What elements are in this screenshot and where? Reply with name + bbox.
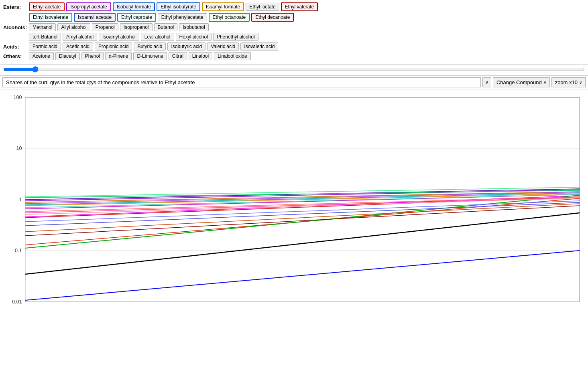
compound-button[interactable]: Acetone [29, 52, 54, 60]
line-darkred1 [25, 204, 580, 232]
change-compound-label: Change Compound [496, 79, 542, 85]
compound-button[interactable]: Ethyl octanoate [209, 13, 250, 22]
compound-button[interactable]: Isovaleric acid [240, 42, 278, 51]
compound-button[interactable]: Phenol [81, 52, 104, 60]
ylabel-001: 0.01 [12, 299, 22, 305]
compound-button[interactable]: Ethyl isovalerate [29, 13, 72, 22]
change-compound-chevron-icon: ∨ [543, 80, 546, 85]
compound-button[interactable]: Butanol [154, 23, 178, 31]
compound-row: tert-ButanolAmyl alcoholIsoamyl alcoholL… [3, 33, 585, 41]
compound-row: Others:AcetoneDiacetylPhenolα-PineneD-Li… [3, 52, 585, 60]
compound-button[interactable]: Linalool [189, 52, 212, 60]
compound-button[interactable]: Propanol [92, 23, 118, 31]
chart-description-label: Shares of the curr. qtys in the total qt… [2, 77, 481, 87]
compound-button[interactable]: Citral [169, 52, 187, 60]
compound-button[interactable]: Isobutyl formate [113, 2, 155, 11]
zoom-button[interactable]: zoom x10 ∨ [551, 77, 586, 87]
compound-button[interactable]: Hexyl alcohol [176, 33, 212, 41]
compound-button[interactable]: D-Limonene [133, 52, 167, 60]
compound-button[interactable]: Methanol [29, 23, 56, 31]
category-label: Alcohols: [3, 24, 27, 30]
compound-button[interactable]: Ethyl valerate [281, 2, 318, 11]
compound-button[interactable]: Linalool oxide [214, 52, 250, 60]
compound-row: Esters:Ethyl acetateIsopropyl acetateIso… [3, 2, 585, 11]
compound-button[interactable]: Leaf alcohol [141, 33, 174, 41]
toolbar: Shares of the curr. qtys in the total qt… [0, 76, 588, 89]
chart-svg: 100 10 1 0.1 0.01 [0, 89, 588, 306]
compound-button[interactable]: tert-Butanol [29, 33, 61, 41]
slider[interactable] [3, 66, 585, 73]
compound-button[interactable]: Ethyl caproate [117, 13, 156, 22]
line-blue [25, 251, 580, 300]
ylabel-01: 0.1 [15, 248, 22, 253]
compound-button[interactable]: Isoamyl acetate [74, 13, 116, 22]
category-label: Others: [3, 53, 27, 59]
compound-selector: Esters:Ethyl acetateIsopropyl acetateIso… [0, 0, 588, 65]
compound-button[interactable]: Ethyl lactate [246, 3, 279, 11]
compound-button[interactable]: Amyl alcohol [63, 33, 97, 41]
compound-button[interactable]: Isoamyl formate [202, 2, 244, 11]
ylabel-1: 1 [19, 197, 22, 202]
compound-button[interactable]: Isobutyric acid [167, 42, 205, 51]
compound-button[interactable]: α-Pinene [105, 52, 132, 60]
compound-button[interactable]: Formic acid [29, 42, 61, 51]
line-darkred2 [25, 206, 580, 236]
compound-button[interactable]: Ethyl decanoate [251, 13, 294, 22]
compound-button[interactable]: Propionic acid [95, 42, 132, 51]
change-compound-button[interactable]: Change Compound ∨ [493, 77, 550, 87]
compound-button[interactable]: Ethyl phenylacetate [158, 13, 207, 21]
line-pink2 [25, 198, 580, 214]
compound-row: Acids:Formic acidAcetic acidPropionic ac… [3, 42, 585, 51]
category-label: Esters: [3, 4, 27, 10]
slider-row [0, 65, 588, 76]
compound-button[interactable]: Isopropyl acetate [66, 2, 111, 11]
compound-button[interactable]: Allyl alcohol [57, 23, 90, 31]
ylabel-10: 10 [16, 146, 22, 151]
chart-area: 100 10 1 0.1 0.01 [0, 89, 588, 306]
zoom-chevron-icon: ∨ [579, 80, 582, 85]
compound-row: Alcohols:MethanolAllyl alcoholPropanolIs… [3, 23, 585, 31]
compound-button[interactable]: Isobutanol [179, 23, 208, 31]
compound-button[interactable]: Acetic acid [63, 42, 93, 51]
ylabel-100: 100 [13, 95, 22, 100]
compound-button[interactable]: Isopropanol [120, 23, 153, 31]
description-chevron-icon[interactable]: ∨ [482, 77, 491, 87]
category-label: Acids: [3, 44, 27, 50]
compound-button[interactable]: Ethyl acetate [29, 2, 65, 11]
compound-button[interactable]: Isoamyl alcohol [99, 33, 139, 41]
compound-button[interactable]: Valeric acid [207, 42, 239, 51]
zoom-label: zoom x10 [555, 79, 578, 85]
compound-button[interactable]: Diacetyl [55, 52, 80, 60]
compound-button[interactable]: Phenethyl alcohol [213, 33, 258, 41]
compound-row: Ethyl isovalerateIsoamyl acetateEthyl ca… [3, 13, 585, 22]
compound-button[interactable]: Butyric acid [134, 42, 166, 51]
compound-button[interactable]: Ethyl isobutyrate [157, 2, 200, 11]
